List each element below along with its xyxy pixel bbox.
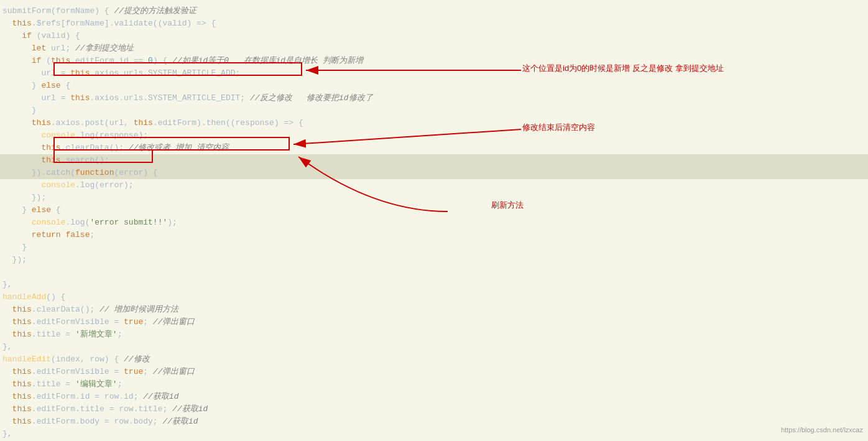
code-line: let url; //拿到提交地址 — [0, 42, 868, 55]
code-line: this.editForm.id = row.id; //获取id — [0, 391, 868, 403]
code-line: } — [0, 104, 868, 117]
code-line-boxed: url = this.axios.urls.SYSTEM_ARTICLE_ADD… — [0, 67, 868, 80]
code-line: if (valid) { — [0, 30, 868, 42]
code-line: } — [0, 241, 868, 254]
code-line: }, — [0, 428, 868, 440]
code-line: this.axios.post(url, this.editForm).then… — [0, 117, 868, 129]
code-line-highlighted2: }).catch(function(error) { — [0, 167, 868, 179]
code-line — [0, 266, 868, 279]
code-line: handleAdd() { — [0, 291, 868, 304]
code-line-boxed2: this.clearData(); //修改或者 增加 清空内容 — [0, 142, 868, 154]
code-line: this.editForm.title = row.title; //获取id — [0, 403, 868, 415]
code-line: this.editFormVisible = true; //弹出窗口 — [0, 366, 868, 378]
code-line-highlighted: this.search(); — [0, 154, 868, 167]
code-line: if (this.editForm.id == 0) { //如果id等于0 在… — [0, 55, 868, 67]
code-line: }, — [0, 341, 868, 353]
code-editor: submitForm(formName) { //提交的方法触发验证 this.… — [0, 0, 868, 441]
code-line: console.log('error submit!!'); — [0, 216, 868, 229]
code-line: return false; — [0, 229, 868, 241]
annotation-1: 这个位置是id为0的时候是新增 反之是修改 拿到提交地址 — [522, 62, 724, 75]
code-line: }); — [0, 192, 868, 204]
watermark: https://blog.csdn.net/lzxcaz — [781, 424, 863, 436]
code-line: }, — [0, 279, 868, 291]
code-line: this.clearData(); // 增加时候调用方法 — [0, 304, 868, 316]
code-line: submitForm(formName) { //提交的方法触发验证 — [0, 5, 868, 17]
code-line: this.title = '新增文章'; — [0, 328, 868, 341]
code-line: this.title = '编辑文章'; — [0, 378, 868, 391]
code-line: console.log(response); — [0, 129, 868, 142]
code-line: this.editForm.body = row.body; //获取id — [0, 415, 868, 428]
code-line: } else { — [0, 204, 868, 216]
code-line: }); — [0, 254, 868, 266]
code-line: console.log(error); — [0, 179, 868, 192]
annotation-2: 修改结束后清空内容 — [522, 121, 595, 134]
code-line: } else { — [0, 80, 868, 92]
code-line: handleEdit(index, row) { //修改 — [0, 353, 868, 366]
code-line: url = this.axios.urls.SYSTEM_ARTICLE_EDI… — [0, 92, 868, 104]
annotation-3: 刷新方法 — [491, 199, 524, 211]
code-line: this.$refs[formName].validate((valid) =>… — [0, 17, 868, 30]
code-line: this.editFormVisible = true; //弹出窗口 — [0, 316, 868, 328]
